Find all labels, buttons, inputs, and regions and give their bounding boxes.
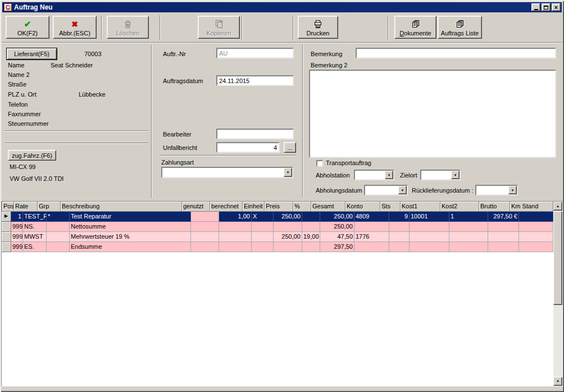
- chevron-down-icon[interactable]: ▼: [508, 186, 517, 194]
- cell-sts[interactable]: [389, 242, 410, 252]
- cell-pos[interactable]: 1: [11, 212, 23, 222]
- cell-sts[interactable]: 9: [389, 212, 410, 222]
- cell-kost2[interactable]: [449, 222, 488, 232]
- bemerkung-input[interactable]: [356, 48, 556, 58]
- scroll-down-button[interactable]: ▼: [553, 377, 562, 386]
- column-header-preis[interactable]: Preis: [265, 202, 293, 212]
- table-row-position-1[interactable]: ▶ 1 TEST_R * Test Reparatur 1,00 X 250,0…: [2, 212, 553, 222]
- cell-berechnet[interactable]: [219, 222, 252, 232]
- abholstation-select[interactable]: ▼: [354, 170, 394, 180]
- unfallbericht-input[interactable]: [216, 142, 280, 153]
- abholungsdatum-select[interactable]: ▼: [364, 185, 408, 195]
- cell-preis[interactable]: [274, 222, 302, 232]
- cell-km-stand[interactable]: [519, 222, 553, 232]
- cell-berechnet[interactable]: [219, 232, 252, 242]
- cell-pos[interactable]: 999: [11, 222, 23, 232]
- cell-gesamt[interactable]: 297,50: [320, 242, 354, 252]
- cell-brutto[interactable]: [488, 232, 519, 242]
- chevron-down-icon[interactable]: ▼: [284, 168, 292, 177]
- table-row-mehrwertsteuer[interactable]: 999 MWST Mehrwertsteuer 19 % 250,00 19,0…: [2, 232, 553, 242]
- grid-vertical-scrollbar[interactable]: ▲ ▼: [553, 202, 562, 386]
- cell-berechnet[interactable]: [219, 242, 252, 252]
- cell-kost1[interactable]: [410, 232, 449, 242]
- cell-gesamt[interactable]: 250,00: [320, 222, 354, 232]
- cell-prozent[interactable]: [302, 222, 320, 232]
- cell-rate[interactable]: TEST_R: [23, 212, 47, 222]
- cell-einheit[interactable]: [252, 222, 274, 232]
- scrollbar-thumb[interactable]: [553, 211, 562, 305]
- column-header-pos[interactable]: Pos: [2, 202, 14, 212]
- cell-gesamt[interactable]: 47,50: [320, 232, 354, 242]
- cell-genutzt[interactable]: [191, 212, 219, 222]
- cell-konto[interactable]: 1776: [354, 232, 389, 242]
- documents-button[interactable]: Dokumente: [394, 16, 436, 39]
- close-button[interactable]: ×: [552, 3, 561, 11]
- row-selector[interactable]: [2, 232, 11, 242]
- cell-prozent[interactable]: [302, 212, 320, 222]
- cell-kost1[interactable]: [410, 242, 449, 252]
- cell-beschreibung[interactable]: Endsumme: [70, 242, 191, 252]
- cell-kost2[interactable]: [449, 242, 488, 252]
- scroll-up-button[interactable]: ▲: [553, 202, 562, 211]
- column-header-km-stand[interactable]: Km Stand: [510, 202, 553, 212]
- cell-grp[interactable]: *: [47, 212, 70, 222]
- ruecklieferungsdatum-select[interactable]: ▼: [475, 185, 518, 195]
- cell-preis[interactable]: [274, 242, 302, 252]
- table-row-nettosumme[interactable]: 999 NS. Nettosumme 250,00: [2, 222, 553, 232]
- print-button[interactable]: Drucken: [298, 16, 338, 39]
- cell-grp[interactable]: [47, 242, 70, 252]
- chevron-down-icon[interactable]: ▼: [398, 186, 407, 194]
- column-header-prozent[interactable]: %: [293, 202, 311, 212]
- cell-genutzt[interactable]: [191, 232, 219, 242]
- auftragsdatum-input[interactable]: [216, 75, 294, 86]
- cell-konto[interactable]: [354, 222, 389, 232]
- cell-einheit[interactable]: [252, 242, 274, 252]
- lieferant-button[interactable]: Lieferant(F5): [7, 48, 57, 60]
- cell-brutto[interactable]: 297,50 €: [488, 212, 519, 222]
- cell-grp[interactable]: [47, 232, 70, 242]
- order-list-button[interactable]: Auftrags Liste: [438, 16, 482, 39]
- cell-rate[interactable]: NS.: [23, 222, 47, 232]
- transportauftrag-checkbox[interactable]: [316, 160, 323, 167]
- column-header-kost2[interactable]: Kost2: [440, 202, 479, 212]
- cell-sts[interactable]: [389, 222, 410, 232]
- column-header-sts[interactable]: Sts: [380, 202, 401, 212]
- column-header-grp[interactable]: Grp: [38, 202, 61, 212]
- cell-preis[interactable]: 250,00: [274, 232, 302, 242]
- cell-km-stand[interactable]: [519, 242, 553, 252]
- cell-einheit[interactable]: X: [252, 212, 274, 222]
- column-header-einheit[interactable]: Einheit: [243, 202, 265, 212]
- zielort-select[interactable]: ▼: [420, 170, 461, 180]
- cell-einheit[interactable]: [252, 232, 274, 242]
- cell-gesamt[interactable]: 250,00: [320, 212, 354, 222]
- cell-brutto[interactable]: [488, 222, 519, 232]
- column-header-genutzt[interactable]: genutzt: [182, 202, 210, 212]
- cell-preis[interactable]: 250,00: [274, 212, 302, 222]
- cell-km-stand[interactable]: [519, 232, 553, 242]
- cell-konto[interactable]: 4809: [354, 212, 389, 222]
- column-header-rate[interactable]: Rate: [14, 202, 38, 212]
- minimize-button[interactable]: [531, 3, 540, 11]
- auftr-nr-input[interactable]: [216, 48, 294, 58]
- chevron-down-icon[interactable]: ▼: [385, 171, 393, 179]
- cell-beschreibung[interactable]: Mehrwertsteuer 19 %: [70, 232, 191, 242]
- row-pointer-icon[interactable]: ▶: [2, 212, 11, 222]
- cell-grp[interactable]: [47, 222, 70, 232]
- unfallbericht-browse-button[interactable]: ...: [284, 142, 296, 153]
- cell-pos[interactable]: 999: [11, 232, 23, 242]
- bemerkung2-textarea[interactable]: [309, 70, 556, 158]
- ok-button[interactable]: ✔ OK(F2): [6, 16, 49, 39]
- cell-rate[interactable]: MWST: [23, 232, 47, 242]
- row-selector[interactable]: [2, 222, 11, 232]
- cancel-button[interactable]: ✖ Abbr.(ESC): [53, 16, 97, 39]
- cell-konto[interactable]: [354, 242, 389, 252]
- cell-beschreibung[interactable]: Nettosumme: [70, 222, 191, 232]
- cell-prozent[interactable]: [302, 242, 320, 252]
- cell-kost2[interactable]: 1: [449, 212, 488, 222]
- zahlungsart-select[interactable]: ▼: [161, 167, 293, 178]
- chevron-down-icon[interactable]: ▼: [451, 171, 460, 179]
- table-row-endsumme[interactable]: 999 ES. Endsumme 297,50: [2, 242, 553, 252]
- cell-beschreibung[interactable]: Test Reparatur: [70, 212, 191, 222]
- column-header-gesamt[interactable]: Gesamt: [311, 202, 345, 212]
- bearbeiter-input[interactable]: [216, 129, 294, 139]
